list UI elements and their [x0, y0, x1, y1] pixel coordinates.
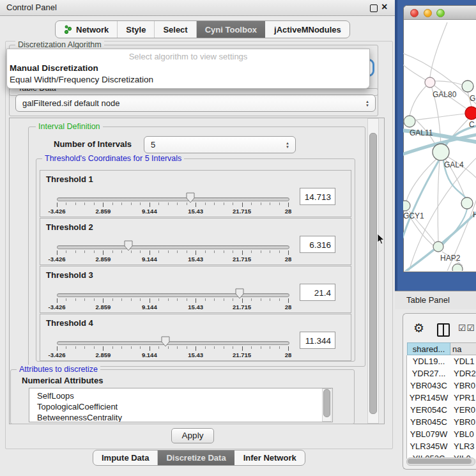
tick-label: 9.144: [142, 351, 157, 358]
threshold-slider-track[interactable]: [57, 197, 289, 201]
tick-label: 15.43: [188, 208, 203, 215]
table-row[interactable]: YPR145WYPR1: [407, 392, 476, 404]
threshold-slider-thumb[interactable]: [124, 240, 133, 251]
tab-impute-data[interactable]: Impute Data: [93, 450, 157, 465]
column-header-shared-name[interactable]: shared...: [407, 342, 450, 355]
threshold-slider-thumb[interactable]: [235, 288, 244, 299]
float-panel-icon[interactable]: [370, 4, 378, 12]
threshold-value-field[interactable]: 14.713: [300, 188, 335, 205]
network-node-hap2[interactable]: [433, 242, 443, 252]
threshold-value-field[interactable]: 6.316: [300, 236, 335, 253]
cell-shared-name: YBR045C: [407, 416, 450, 428]
tick-mark: [233, 203, 233, 205]
popup-item-equal-width-frequency[interactable]: Equal Width/Frequency Discretization: [7, 75, 369, 84]
threshold-slider-track[interactable]: [57, 341, 289, 345]
attributes-scrollbar-thumb[interactable]: [323, 389, 330, 417]
tick-label: -3.426: [49, 303, 66, 311]
cell-shared-name: YPR145W: [407, 392, 450, 404]
table-row[interactable]: YER054CYER0: [407, 404, 476, 416]
table-row[interactable]: YDL19...YDL1: [407, 355, 476, 367]
tab-discretize-data[interactable]: Discretize Data: [157, 450, 234, 465]
threshold-value-field[interactable]: 21.4: [300, 284, 335, 301]
network-node-g[interactable]: [462, 81, 473, 92]
threshold-slider-track[interactable]: [57, 245, 289, 249]
number-of-intervals-combobox[interactable]: 5 ▲▼: [144, 136, 296, 153]
tab-network[interactable]: Network: [56, 21, 117, 38]
tab-select[interactable]: Select: [154, 21, 196, 38]
slider-ticks: [57, 346, 288, 351]
network-node-h[interactable]: [461, 197, 473, 209]
tab-style[interactable]: Style: [117, 21, 154, 38]
tick-mark: [131, 346, 132, 349]
apply-button[interactable]: Apply: [171, 428, 214, 443]
tick-mark: [140, 346, 141, 349]
table-row[interactable]: YLR345WYLR3: [407, 440, 476, 452]
attribute-item-topologicalcoefficient[interactable]: TopologicalCoefficient: [29, 401, 332, 412]
network-node-gcy1[interactable]: [403, 201, 410, 211]
tick-label: 2.859: [96, 303, 111, 311]
attribute-item-betweennesscentrality[interactable]: BetweennessCentrality: [29, 412, 332, 422]
tab-infer-network[interactable]: Infer Network: [234, 450, 305, 465]
popup-item-manual-discretization[interactable]: Manual Discretization: [7, 63, 369, 73]
threshold-label: Threshold 2: [46, 222, 93, 232]
network-node-gal4[interactable]: [433, 144, 449, 160]
table-hscrollbar-thumb[interactable]: [408, 459, 472, 464]
split-columns-icon[interactable]: [437, 323, 450, 337]
minimize-traffic-light-icon[interactable]: [424, 9, 432, 17]
close-icon[interactable]: ×: [381, 1, 387, 13]
tick-mark: [288, 346, 289, 351]
table-row[interactable]: YBR043CYBR0: [407, 380, 476, 392]
threshold-slider-track[interactable]: [57, 293, 289, 297]
network-window-titlebar[interactable]: [404, 6, 476, 20]
node-table-body[interactable]: YDL19...YDL1YDR27...YDR2YBR043CYBR0YPR14…: [406, 355, 476, 459]
tick-label: 21.715: [233, 303, 251, 311]
tick-mark: [196, 346, 196, 351]
tick-mark: [288, 203, 289, 207]
network-node-gal11[interactable]: [404, 116, 415, 127]
tick-label: 9.144: [142, 303, 157, 311]
tick-mark: [279, 203, 280, 205]
cell-name: YER0: [450, 404, 475, 416]
tick-mark: [140, 203, 141, 205]
tick-mark: [57, 346, 58, 351]
cell-shared-name: YDR27...: [407, 367, 450, 380]
tab-jactivemnodules[interactable]: jActiveMNodules: [265, 21, 349, 38]
tick-mark: [224, 203, 224, 205]
table-row[interactable]: YBL079WYBL0: [407, 428, 476, 440]
slider-ticks: [57, 298, 288, 303]
tab-cyni-toolbox[interactable]: Cyni Toolbox: [196, 21, 265, 38]
table-row[interactable]: YDR27...YDR2: [407, 367, 476, 380]
tick-mark: [140, 298, 141, 301]
network-node-c[interactable]: [465, 107, 476, 119]
threshold-slider-thumb[interactable]: [161, 336, 170, 347]
network-canvas[interactable]: GAL80GCGAL11GAL4GCY1HHAP2: [403, 19, 476, 271]
network-node[interactable]: [452, 264, 463, 271]
close-traffic-light-icon[interactable]: [410, 9, 418, 17]
column-header-name[interactable]: na: [450, 342, 476, 355]
stepper-icon[interactable]: ▲▼: [362, 100, 375, 107]
threshold-row: Threshold 4 -3.4262.8599.14415.4321.7152…: [40, 314, 351, 361]
gear-icon[interactable]: ⚙: [413, 321, 424, 335]
tick-label: 2.859: [96, 256, 111, 263]
main-scrollbar-thumb[interactable]: [369, 133, 377, 414]
table-row[interactable]: YBR045CYBR0: [407, 416, 476, 428]
numerical-attributes-list[interactable]: SelfLoopsTopologicalCoefficientBetweenne…: [29, 388, 333, 422]
tick-mark: [150, 250, 150, 255]
zoom-traffic-light-icon[interactable]: [436, 9, 445, 17]
checkbox-icons[interactable]: ☑☑: [458, 323, 475, 333]
threshold-slider-thumb[interactable]: [186, 192, 195, 203]
attribute-item-selfloops[interactable]: SelfLoops: [29, 390, 332, 401]
slider-tick-labels: -3.4262.8599.14415.4321.71528: [57, 351, 288, 358]
network-node-gal80[interactable]: [425, 77, 435, 88]
stepper-icon[interactable]: ▲▼: [282, 141, 295, 149]
tick-mark: [187, 250, 187, 253]
tick-mark: [131, 203, 132, 205]
discretization-algorithm-label: Discretization Algorithm: [15, 40, 104, 49]
table-data-combobox[interactable]: galFiltered.sif default node ▲▼: [15, 95, 376, 112]
threshold-value-field[interactable]: 11.344: [300, 332, 335, 349]
tick-mark: [177, 203, 178, 205]
tick-mark: [177, 250, 178, 253]
tick-mark: [187, 203, 187, 205]
tick-mark: [66, 250, 66, 253]
tick-mark: [75, 203, 76, 205]
